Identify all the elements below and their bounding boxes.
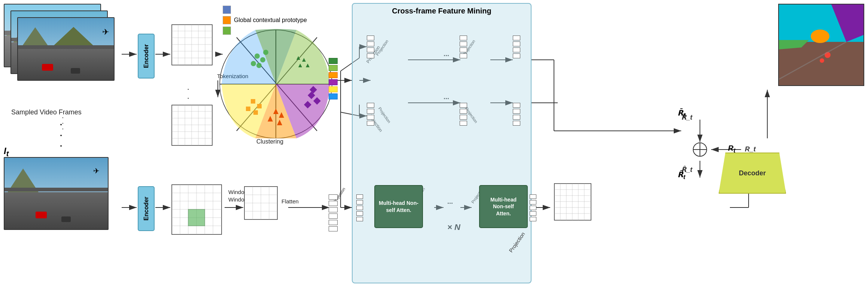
- cfm-token-far-right-bottom: [513, 103, 520, 126]
- token-b4: [329, 213, 338, 219]
- mha-box-2: Multi-headNon-selfAtten.: [479, 185, 528, 228]
- encoder-box-bottom: Encoder: [138, 186, 155, 231]
- cfm-tok-frb4: [513, 121, 520, 126]
- token-yellow: [329, 86, 338, 92]
- seg-svg: [779, 4, 864, 86]
- cfm-tok-frb2: [513, 109, 520, 114]
- bridge-3: [18, 45, 114, 49]
- cfm-token-bottom-left: [367, 103, 374, 126]
- token-b6: [329, 226, 338, 231]
- cfm-tok-frt4: [513, 53, 520, 58]
- legend-swatch-blue: [223, 6, 231, 14]
- sampled-video-frames-label: Sampled Video Frames: [11, 108, 82, 116]
- legend-item-blue: [223, 6, 307, 14]
- legend-label: Global contextual prototype: [234, 17, 307, 24]
- output-grid-svg: [554, 183, 591, 221]
- clustering-svg: [218, 26, 334, 138]
- dots-separator: ···: [60, 120, 62, 152]
- legend-item-orange: Global contextual prototype: [223, 16, 307, 24]
- token-blue: [329, 93, 338, 99]
- cfm-tok-rt4: [460, 53, 467, 58]
- mha1-input-tokens: [356, 194, 363, 221]
- grid-patch-window: [171, 184, 222, 236]
- flatten-svg: [244, 186, 278, 220]
- svg-rect-107: [257, 104, 262, 108]
- single-frame-border: ✈: [4, 157, 109, 230]
- cfm-token-top-left: [367, 36, 374, 58]
- cfm-token-right-bottom: [460, 103, 467, 126]
- svg-point-100: [263, 50, 268, 55]
- token-b5: [329, 220, 338, 225]
- svg-rect-66: [172, 25, 212, 65]
- svg-rect-109: [253, 110, 258, 115]
- mha2-output-tokens: [530, 194, 536, 221]
- frame-stack: ✈ ✈: [4, 4, 116, 86]
- token-purple: [329, 79, 338, 85]
- output-grid-right: [554, 183, 591, 222]
- grid-svg-top: [171, 24, 213, 65]
- road-single: [4, 192, 108, 229]
- svg-point-51: [693, 143, 707, 156]
- cfm-tok-3: [367, 47, 374, 52]
- cfm-tok-frt3: [513, 47, 520, 52]
- clustering-diagram: [218, 26, 334, 135]
- cfm-tok-frt1: [513, 36, 520, 40]
- svg-text:R_t: R_t: [745, 145, 756, 153]
- svg-point-98: [260, 57, 265, 62]
- decoder-box: Decoder: [719, 153, 786, 194]
- token-orange: [329, 72, 338, 78]
- car-single: [36, 212, 47, 218]
- grid-patch-top: [171, 24, 213, 67]
- bridge-single: [4, 188, 108, 191]
- car2-single: [61, 216, 71, 222]
- token-stack-bottom-entry: [329, 194, 338, 231]
- grid-svg-bottom: [171, 105, 213, 146]
- car-2: [42, 64, 53, 71]
- svg-point-101: [251, 61, 256, 66]
- cfm-tok-b1: [367, 103, 374, 108]
- svg-point-150: [820, 58, 824, 63]
- token-green: [329, 58, 338, 64]
- cfm-tok-rb4: [460, 121, 467, 126]
- svg-rect-133: [554, 184, 591, 220]
- cfm-tok-rb1: [460, 103, 467, 108]
- grid-window-svg: [171, 184, 222, 235]
- cfm-tok-2: [367, 41, 374, 46]
- r-t-label: Rt: [728, 144, 735, 154]
- flatten-label: Flatten: [281, 198, 299, 205]
- cfm-tok-rt1: [460, 36, 467, 40]
- video-frames-stack: ✈ ✈: [4, 4, 131, 112]
- cfm-tok-rb2: [460, 109, 467, 114]
- token-lt-green: [329, 65, 338, 71]
- cfm-tok-b4: [367, 121, 374, 126]
- cfm-tok-rb3: [460, 115, 467, 120]
- token-b3: [329, 207, 338, 212]
- cfm-tok-frb1: [513, 103, 520, 108]
- video-frame-front: ✈: [17, 17, 115, 81]
- mha-label-1: Multi-head Non-self Atten.: [375, 200, 422, 213]
- cfm-tok-frt2: [513, 41, 520, 46]
- svg-rect-108: [246, 107, 250, 111]
- svg-point-99: [256, 63, 262, 68]
- road-scene-single: ✈: [4, 158, 108, 229]
- flatten-grid: [244, 186, 278, 221]
- cfm-panel: [352, 3, 532, 283]
- single-frame: ✈: [4, 157, 120, 239]
- cfm-tok-1: [367, 36, 374, 40]
- mha-box-1: Multi-head Non-self Atten.: [374, 185, 423, 228]
- plane-2: ✈: [102, 27, 109, 37]
- cfm-tok-rt2: [460, 41, 467, 46]
- token-b1: [329, 194, 338, 200]
- token-b2: [329, 201, 338, 206]
- r-bar-label: R̄t: [677, 108, 685, 119]
- token-stack-top-entry: [329, 58, 338, 99]
- r-hat-label: R̂t: [677, 170, 685, 181]
- legend-swatch-orange: [223, 16, 231, 24]
- cfm-tok-b3: [367, 115, 374, 120]
- cfm-token-right-top: [460, 36, 467, 58]
- grid-patch-bottom-top: [171, 105, 213, 147]
- road-3: [18, 49, 114, 80]
- cfm-tok-frb3: [513, 115, 520, 120]
- road-scene-3: ✈: [18, 18, 114, 80]
- cfm-tok-4: [367, 53, 374, 58]
